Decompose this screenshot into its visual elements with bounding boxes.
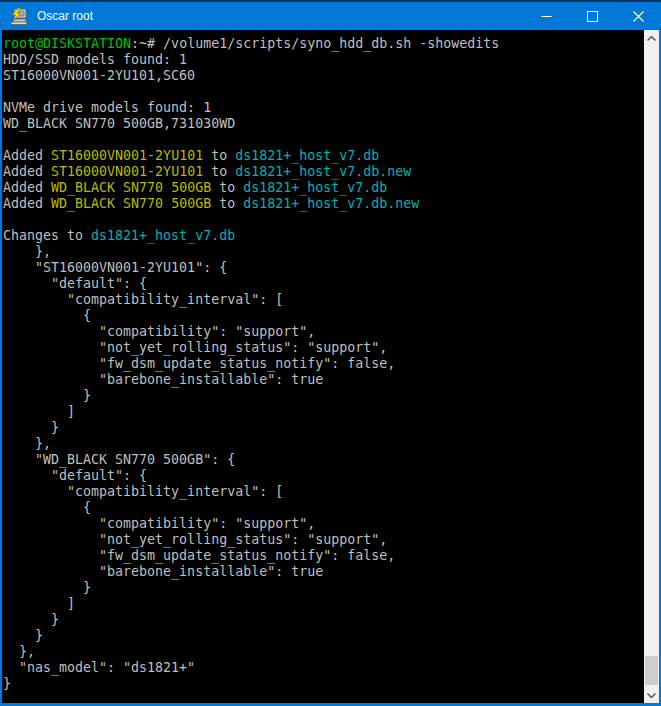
- terminal-text-segment: to: [211, 196, 243, 211]
- terminal-text-segment: "barebone_installable": true: [3, 564, 323, 579]
- terminal-text-segment: ds1821+_host_v7.db.new: [235, 164, 411, 179]
- terminal-line: WD_BLACK SN770 500GB,731030WD: [3, 116, 644, 132]
- close-icon: [633, 11, 644, 22]
- terminal-text-segment: Added: [3, 180, 51, 195]
- terminal-text-segment: "nas_model": "ds1821+": [3, 660, 195, 675]
- terminal-text-segment: },: [3, 244, 51, 259]
- terminal-text-segment: Added: [3, 148, 51, 163]
- terminal-text-segment: ds1821+_host_v7.db: [91, 228, 235, 243]
- terminal-text-segment: ST16000VN001-2YU101,SC60: [3, 68, 195, 83]
- terminal-text-segment: WD_BLACK SN770 500GB: [51, 196, 211, 211]
- terminal-text-segment: {: [3, 500, 91, 515]
- terminal-text-segment: Added: [3, 196, 51, 211]
- terminal-text-segment: WD_BLACK SN770 500GB,731030WD: [3, 116, 235, 131]
- terminal-line: Added ST16000VN001-2YU101 to ds1821+_hos…: [3, 148, 644, 164]
- terminal-text-segment: Changes to: [3, 228, 91, 243]
- terminal-text-segment: Added: [3, 164, 51, 179]
- terminal-line: "not_yet_rolling_status": "support",: [3, 340, 644, 356]
- terminal-line: ]: [3, 404, 644, 420]
- terminal-line: ST16000VN001-2YU101,SC60: [3, 68, 644, 84]
- terminal-line: "compatibility_interval": [: [3, 484, 644, 500]
- maximize-button[interactable]: [569, 2, 615, 30]
- terminal-text-segment: }: [3, 420, 59, 435]
- terminal-line: ]: [3, 596, 644, 612]
- scroll-track[interactable]: [644, 46, 659, 687]
- terminal-text-segment: }: [3, 676, 11, 691]
- terminal-text-segment: "not_yet_rolling_status": "support",: [3, 532, 387, 547]
- terminal-line: "default": {: [3, 276, 644, 292]
- terminal-line: [3, 212, 644, 228]
- terminal-text-segment: "ST16000VN001-2YU101": {: [3, 260, 227, 275]
- terminal-line: "compatibility": "support",: [3, 324, 644, 340]
- terminal-text-segment: "WD_BLACK SN770 500GB": {: [3, 452, 235, 467]
- terminal-line: Added WD_BLACK SN770 500GB to ds1821+_ho…: [3, 180, 644, 196]
- terminal-line: "WD_BLACK SN770 500GB": {: [3, 452, 644, 468]
- terminal-screen[interactable]: root@DISKSTATION:~# /volume1/scripts/syn…: [2, 30, 644, 703]
- terminal-line: },: [3, 644, 644, 660]
- minimize-icon: [541, 11, 552, 22]
- chevron-down-icon: [647, 693, 656, 698]
- terminal-text-segment: "barebone_installable": true: [3, 372, 323, 387]
- terminal-text-segment: ds1821+_host_v7.db: [243, 180, 387, 195]
- scroll-down-button[interactable]: [644, 687, 659, 703]
- terminal-text-segment: "default": {: [3, 276, 147, 291]
- terminal-line: },: [3, 436, 644, 452]
- terminal-text-segment: }: [3, 628, 43, 643]
- terminal-text-segment: NVMe drive models found: 1: [3, 100, 211, 115]
- titlebar[interactable]: Oscar root: [0, 0, 661, 30]
- terminal-text-segment: to: [203, 164, 235, 179]
- terminal-line: [3, 84, 644, 100]
- terminal-text-segment: ds1821+_host_v7.db: [235, 148, 379, 163]
- terminal-text-segment: }: [3, 580, 91, 595]
- terminal-line: Changes to ds1821+_host_v7.db: [3, 228, 644, 244]
- window-controls: [523, 2, 661, 30]
- putty-icon[interactable]: [9, 6, 29, 26]
- terminal-line: Added ST16000VN001-2YU101 to ds1821+_hos…: [3, 164, 644, 180]
- terminal-text-segment: ]: [3, 404, 75, 419]
- terminal-line: "ST16000VN001-2YU101": {: [3, 260, 644, 276]
- terminal-text-segment: },: [3, 436, 51, 451]
- terminal-line: HDD/SSD models found: 1: [3, 52, 644, 68]
- scroll-thumb[interactable]: [645, 656, 658, 685]
- terminal-line: },: [3, 244, 644, 260]
- terminal-line: "fw_dsm_update_status_notify": false,: [3, 356, 644, 372]
- terminal-text-segment: ST16000VN001-2YU101: [51, 164, 203, 179]
- terminal-text-segment: to: [211, 180, 243, 195]
- scroll-up-button[interactable]: [644, 30, 659, 46]
- chevron-up-icon: [647, 36, 656, 41]
- terminal-text-segment: "not_yet_rolling_status": "support",: [3, 340, 387, 355]
- terminal-line: "barebone_installable": true: [3, 564, 644, 580]
- terminal-line: }: [3, 388, 644, 404]
- terminal-line: "default": {: [3, 468, 644, 484]
- maximize-icon: [587, 11, 598, 22]
- terminal-text-segment: {: [3, 308, 91, 323]
- terminal-line: {: [3, 308, 644, 324]
- terminal-text-segment: "compatibility": "support",: [3, 324, 315, 339]
- terminal-text-segment: "compatibility_interval": [: [3, 292, 283, 307]
- terminal-text-segment: "fw_dsm_update_status_notify": false,: [3, 356, 395, 371]
- close-button[interactable]: [615, 2, 661, 30]
- terminal-line: root@DISKSTATION:~# /volume1/scripts/syn…: [3, 36, 644, 52]
- putty-window: Oscar root root@DISKSTATION:~# /volume1/…: [0, 0, 661, 706]
- terminal-text-segment: }: [3, 612, 59, 627]
- terminal-text-segment: ST16000VN001-2YU101: [51, 148, 203, 163]
- terminal-line: }: [3, 628, 644, 644]
- terminal-text-segment: "default": {: [3, 468, 147, 483]
- window-title: Oscar root: [37, 2, 93, 30]
- terminal-text-segment: "compatibility_interval": [: [3, 484, 283, 499]
- terminal-line: }: [3, 612, 644, 628]
- terminal-text-segment: }: [3, 388, 91, 403]
- terminal-text-segment: :~# /volume1/scripts/syno_hdd_db.sh -sho…: [131, 36, 499, 51]
- terminal-text-segment: },: [3, 644, 35, 659]
- terminal-line: "barebone_installable": true: [3, 372, 644, 388]
- terminal-line: {: [3, 500, 644, 516]
- terminal-line: Added WD_BLACK SN770 500GB to ds1821+_ho…: [3, 196, 644, 212]
- terminal-line: "nas_model": "ds1821+": [3, 660, 644, 676]
- scrollbar[interactable]: [644, 30, 659, 703]
- terminal-text-segment: "fw_dsm_update_status_notify": false,: [3, 548, 395, 563]
- minimize-button[interactable]: [523, 2, 569, 30]
- terminal-text-segment: HDD/SSD models found: 1: [3, 52, 187, 67]
- terminal-text-segment: root@DISKSTATION: [3, 36, 131, 51]
- terminal-line: "not_yet_rolling_status": "support",: [3, 532, 644, 548]
- terminal-line: NVMe drive models found: 1: [3, 100, 644, 116]
